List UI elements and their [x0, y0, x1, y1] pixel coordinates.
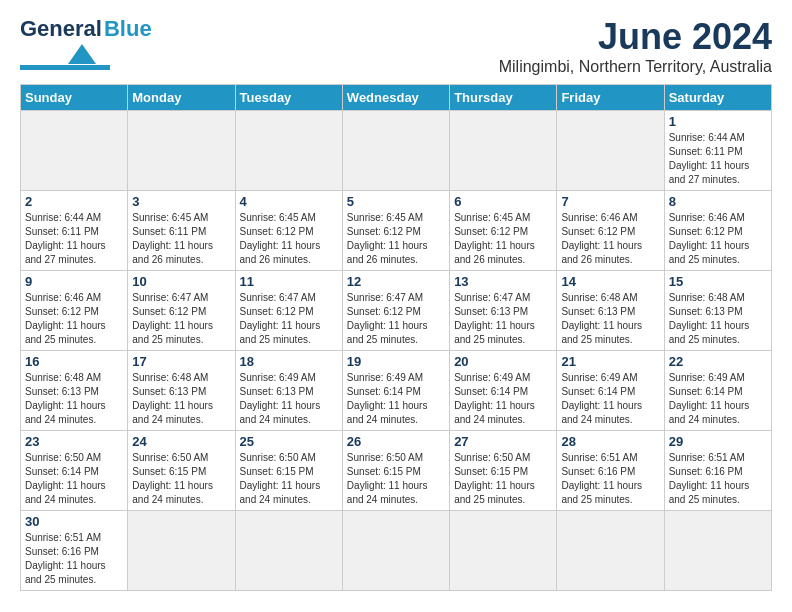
day-number: 1 [669, 114, 767, 129]
calendar-cell: 11Sunrise: 6:47 AM Sunset: 6:12 PM Dayli… [235, 271, 342, 351]
calendar-cell: 5Sunrise: 6:45 AM Sunset: 6:12 PM Daylig… [342, 191, 449, 271]
calendar-table: SundayMondayTuesdayWednesdayThursdayFrid… [20, 84, 772, 591]
logo-graphic [20, 42, 110, 70]
day-number: 20 [454, 354, 552, 369]
col-header-sunday: Sunday [21, 85, 128, 111]
day-info: Sunrise: 6:50 AM Sunset: 6:15 PM Dayligh… [132, 451, 230, 507]
col-header-wednesday: Wednesday [342, 85, 449, 111]
day-info: Sunrise: 6:50 AM Sunset: 6:15 PM Dayligh… [347, 451, 445, 507]
day-info: Sunrise: 6:46 AM Sunset: 6:12 PM Dayligh… [25, 291, 123, 347]
day-number: 25 [240, 434, 338, 449]
calendar-cell: 8Sunrise: 6:46 AM Sunset: 6:12 PM Daylig… [664, 191, 771, 271]
day-info: Sunrise: 6:47 AM Sunset: 6:12 PM Dayligh… [347, 291, 445, 347]
calendar-cell [557, 111, 664, 191]
day-info: Sunrise: 6:45 AM Sunset: 6:11 PM Dayligh… [132, 211, 230, 267]
calendar-header-row: SundayMondayTuesdayWednesdayThursdayFrid… [21, 85, 772, 111]
calendar-week-5: 23Sunrise: 6:50 AM Sunset: 6:14 PM Dayli… [21, 431, 772, 511]
svg-rect-1 [20, 65, 110, 70]
day-number: 3 [132, 194, 230, 209]
day-info: Sunrise: 6:48 AM Sunset: 6:13 PM Dayligh… [669, 291, 767, 347]
location-title: Milingimbi, Northern Territory, Australi… [499, 58, 772, 76]
day-number: 13 [454, 274, 552, 289]
day-number: 15 [669, 274, 767, 289]
calendar-cell [128, 111, 235, 191]
calendar-cell [450, 511, 557, 591]
day-info: Sunrise: 6:51 AM Sunset: 6:16 PM Dayligh… [25, 531, 123, 587]
day-info: Sunrise: 6:46 AM Sunset: 6:12 PM Dayligh… [561, 211, 659, 267]
day-info: Sunrise: 6:50 AM Sunset: 6:15 PM Dayligh… [454, 451, 552, 507]
calendar-cell: 10Sunrise: 6:47 AM Sunset: 6:12 PM Dayli… [128, 271, 235, 351]
day-number: 9 [25, 274, 123, 289]
calendar-cell: 24Sunrise: 6:50 AM Sunset: 6:15 PM Dayli… [128, 431, 235, 511]
day-info: Sunrise: 6:47 AM Sunset: 6:12 PM Dayligh… [132, 291, 230, 347]
calendar-week-6: 30Sunrise: 6:51 AM Sunset: 6:16 PM Dayli… [21, 511, 772, 591]
day-number: 11 [240, 274, 338, 289]
day-number: 21 [561, 354, 659, 369]
calendar-cell: 6Sunrise: 6:45 AM Sunset: 6:12 PM Daylig… [450, 191, 557, 271]
day-info: Sunrise: 6:50 AM Sunset: 6:14 PM Dayligh… [25, 451, 123, 507]
calendar-cell: 26Sunrise: 6:50 AM Sunset: 6:15 PM Dayli… [342, 431, 449, 511]
calendar-cell: 17Sunrise: 6:48 AM Sunset: 6:13 PM Dayli… [128, 351, 235, 431]
calendar-week-3: 9Sunrise: 6:46 AM Sunset: 6:12 PM Daylig… [21, 271, 772, 351]
day-info: Sunrise: 6:49 AM Sunset: 6:14 PM Dayligh… [561, 371, 659, 427]
calendar-cell: 22Sunrise: 6:49 AM Sunset: 6:14 PM Dayli… [664, 351, 771, 431]
day-info: Sunrise: 6:48 AM Sunset: 6:13 PM Dayligh… [132, 371, 230, 427]
day-number: 17 [132, 354, 230, 369]
calendar-cell: 13Sunrise: 6:47 AM Sunset: 6:13 PM Dayli… [450, 271, 557, 351]
calendar-cell: 27Sunrise: 6:50 AM Sunset: 6:15 PM Dayli… [450, 431, 557, 511]
day-info: Sunrise: 6:48 AM Sunset: 6:13 PM Dayligh… [25, 371, 123, 427]
logo-general: General [20, 16, 102, 42]
col-header-saturday: Saturday [664, 85, 771, 111]
col-header-monday: Monday [128, 85, 235, 111]
calendar-cell: 29Sunrise: 6:51 AM Sunset: 6:16 PM Dayli… [664, 431, 771, 511]
day-info: Sunrise: 6:45 AM Sunset: 6:12 PM Dayligh… [240, 211, 338, 267]
calendar-cell: 23Sunrise: 6:50 AM Sunset: 6:14 PM Dayli… [21, 431, 128, 511]
day-number: 27 [454, 434, 552, 449]
calendar-cell [342, 111, 449, 191]
day-number: 24 [132, 434, 230, 449]
page-header: General Blue June 2024 Milingimbi, North… [20, 16, 772, 76]
day-info: Sunrise: 6:51 AM Sunset: 6:16 PM Dayligh… [669, 451, 767, 507]
col-header-tuesday: Tuesday [235, 85, 342, 111]
day-info: Sunrise: 6:44 AM Sunset: 6:11 PM Dayligh… [25, 211, 123, 267]
col-header-thursday: Thursday [450, 85, 557, 111]
day-info: Sunrise: 6:46 AM Sunset: 6:12 PM Dayligh… [669, 211, 767, 267]
calendar-cell [342, 511, 449, 591]
day-info: Sunrise: 6:50 AM Sunset: 6:15 PM Dayligh… [240, 451, 338, 507]
day-info: Sunrise: 6:49 AM Sunset: 6:14 PM Dayligh… [347, 371, 445, 427]
day-number: 22 [669, 354, 767, 369]
calendar-cell [664, 511, 771, 591]
calendar-cell: 18Sunrise: 6:49 AM Sunset: 6:13 PM Dayli… [235, 351, 342, 431]
day-info: Sunrise: 6:49 AM Sunset: 6:14 PM Dayligh… [454, 371, 552, 427]
day-info: Sunrise: 6:45 AM Sunset: 6:12 PM Dayligh… [454, 211, 552, 267]
day-info: Sunrise: 6:47 AM Sunset: 6:13 PM Dayligh… [454, 291, 552, 347]
day-number: 6 [454, 194, 552, 209]
calendar-cell [557, 511, 664, 591]
title-area: June 2024 Milingimbi, Northern Territory… [499, 16, 772, 76]
calendar-cell: 15Sunrise: 6:48 AM Sunset: 6:13 PM Dayli… [664, 271, 771, 351]
day-number: 4 [240, 194, 338, 209]
day-info: Sunrise: 6:47 AM Sunset: 6:12 PM Dayligh… [240, 291, 338, 347]
calendar-cell: 12Sunrise: 6:47 AM Sunset: 6:12 PM Dayli… [342, 271, 449, 351]
calendar-cell: 21Sunrise: 6:49 AM Sunset: 6:14 PM Dayli… [557, 351, 664, 431]
calendar-cell: 7Sunrise: 6:46 AM Sunset: 6:12 PM Daylig… [557, 191, 664, 271]
calendar-cell: 16Sunrise: 6:48 AM Sunset: 6:13 PM Dayli… [21, 351, 128, 431]
month-title: June 2024 [499, 16, 772, 58]
calendar-cell [450, 111, 557, 191]
calendar-cell: 2Sunrise: 6:44 AM Sunset: 6:11 PM Daylig… [21, 191, 128, 271]
calendar-cell: 25Sunrise: 6:50 AM Sunset: 6:15 PM Dayli… [235, 431, 342, 511]
day-number: 29 [669, 434, 767, 449]
calendar-cell [128, 511, 235, 591]
calendar-cell: 3Sunrise: 6:45 AM Sunset: 6:11 PM Daylig… [128, 191, 235, 271]
calendar-week-1: 1Sunrise: 6:44 AM Sunset: 6:11 PM Daylig… [21, 111, 772, 191]
day-number: 23 [25, 434, 123, 449]
day-number: 7 [561, 194, 659, 209]
calendar-week-2: 2Sunrise: 6:44 AM Sunset: 6:11 PM Daylig… [21, 191, 772, 271]
day-info: Sunrise: 6:45 AM Sunset: 6:12 PM Dayligh… [347, 211, 445, 267]
day-number: 16 [25, 354, 123, 369]
day-number: 8 [669, 194, 767, 209]
calendar-cell: 19Sunrise: 6:49 AM Sunset: 6:14 PM Dayli… [342, 351, 449, 431]
day-number: 26 [347, 434, 445, 449]
day-number: 12 [347, 274, 445, 289]
calendar-cell [235, 511, 342, 591]
